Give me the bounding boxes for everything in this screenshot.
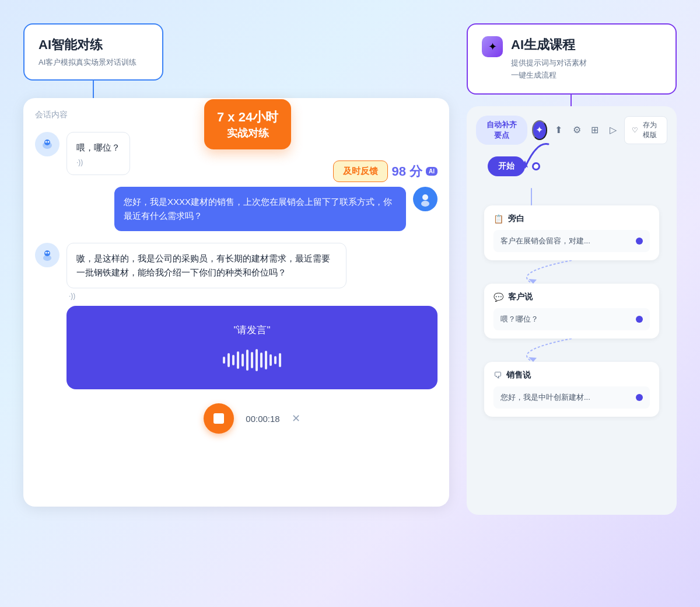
ai-title-card: AI智能对练 AI客户模拟真实场景对话训练 (23, 23, 163, 81)
svg-point-4 (48, 141, 50, 143)
msg-text-3: 嗷，是这样的，我是公司的采购员，有长期的建材需求，最近需要一批钢铁建材，能给我介… (76, 252, 337, 280)
customer-title: 客户说 (508, 292, 533, 302)
grid-icon[interactable]: ⊞ (588, 121, 601, 139)
node-header-sales: 🗨 销售说 (494, 370, 650, 381)
ai-badge: AI (426, 167, 438, 176)
svg-point-3 (46, 141, 47, 143)
flow-connector-1 (484, 188, 659, 205)
wave-bar (232, 355, 235, 365)
narration-icon: 📋 (494, 214, 503, 224)
main-container: AI智能对练 AI客户模拟真实场景对话训练 7 x 24小时 实战对练 会话内容 (0, 0, 700, 607)
sound-waves-1: ·)) (76, 158, 120, 166)
save-template-button[interactable]: ♡ 存为模版 (624, 116, 667, 144)
message-wrapper-2: 及时反馈 98 分 AI 您好，我是XXXX建材的销售，上次您在展销会上留下了联… (35, 187, 438, 231)
avatar-ai-2 (35, 243, 60, 267)
narration-content: 客户在展销会留容，对建... (494, 230, 650, 252)
bubble-left-3: 嗷，是这样的，我是公司的采购员，有长期的建材需求，最近需要一批钢铁建材，能给我介… (66, 243, 346, 288)
right-panel: ✦ AI生成课程 提供提示词与对话素材 一键生成流程 自动补齐要点 ✦ ⬆ ⚙ … (467, 23, 677, 515)
badge-line2: 实战对练 (217, 126, 278, 140)
svg-point-2 (44, 139, 50, 145)
wave-bar (274, 356, 276, 364)
node-header-narration: 📋 旁白 (494, 214, 650, 224)
wave-bar (246, 350, 249, 371)
sales-dot (636, 394, 643, 401)
avatar-human (413, 187, 438, 211)
bubble-left-1: 喂，哪位？ ·)) (66, 132, 130, 175)
right-connector (570, 95, 572, 106)
left-panel: AI智能对练 AI客户模拟真实场景对话训练 7 x 24小时 实战对练 会话内容 (23, 23, 449, 507)
arrow-connector-1 (484, 260, 659, 284)
narration-text: 客户在展销会留容，对建... (501, 236, 590, 246)
sales-content: 您好，我是中叶创新建材... (494, 386, 650, 409)
badge-247: 7 x 24小时 实战对练 (204, 99, 291, 149)
waveform (78, 348, 426, 372)
ai-title-subtitle: AI客户模拟真实场景对话训练 (38, 57, 148, 68)
msg-text-2: 您好，我是XXXX建材的销售，上次您在展销会上留下了联系方式，你最近有什么需求吗… (124, 195, 397, 223)
svg-point-12 (43, 255, 51, 261)
customer-icon: 💬 (494, 292, 503, 302)
flow-node-sales: 🗨 销售说 您好，我是中叶创新建材... (484, 362, 659, 417)
wave-bar (251, 352, 253, 368)
arrow-pointer (519, 138, 560, 176)
score-number: 98 分 (391, 163, 422, 180)
customer-content: 喂？哪位？ (494, 308, 650, 330)
login-icon[interactable]: ⬆ (552, 121, 565, 139)
wave-bar (256, 349, 258, 371)
voice-prompt: "请发言" (78, 323, 426, 337)
close-record-button[interactable]: ✕ (292, 412, 300, 425)
feedback-tag: 及时反馈 (333, 161, 388, 182)
avatar-ai-1 (35, 132, 60, 156)
customer-text: 喂？哪位？ (501, 314, 538, 325)
chat-panel: 会话内容 喂，哪位？ ·)) (23, 98, 449, 507)
stop-record-button[interactable] (204, 403, 234, 434)
flow-toolbar: 自动补齐要点 ✦ ⬆ ⚙ ⊞ ▷ ♡ 存为模版 (476, 116, 667, 145)
save-icon: ♡ (632, 126, 638, 134)
wave-bar (265, 351, 267, 369)
ai-generate-title: AI生成课程 (511, 36, 587, 54)
flow-panel: 自动补齐要点 ✦ ⬆ ⚙ ⊞ ▷ ♡ 存为模版 (467, 106, 677, 515)
narration-dot (636, 238, 643, 245)
sound-waves-3: ·)) (69, 292, 438, 300)
narration-title: 旁白 (508, 214, 524, 224)
flow-content: 开始 📋 旁白 客户在展销会留容，对建... (476, 156, 667, 417)
wave-bar (270, 354, 272, 366)
badge-line1: 7 x 24小时 (217, 109, 278, 126)
sparkle-button[interactable]: ✦ (532, 120, 548, 140)
play-icon[interactable]: ▷ (606, 121, 620, 139)
ai-generate-subtitle-1: 提供提示词与对话素材 (511, 57, 587, 69)
msg-text-1: 喂，哪位？ (76, 141, 120, 155)
ai-generate-subtitle-2: 一键生成流程 (511, 69, 587, 82)
flow-node-customer: 💬 客户说 喂？哪位？ (484, 284, 659, 339)
node-header-customer: 💬 客户说 (494, 292, 650, 302)
save-template-label: 存为模版 (640, 120, 660, 140)
wave-bar (228, 353, 230, 367)
timer: 00:00:18 (246, 414, 279, 424)
voice-input-area[interactable]: "请发言" (66, 306, 438, 389)
svg-point-11 (48, 252, 50, 254)
score-badge: 及时反馈 98 分 AI (333, 161, 438, 182)
svg-point-10 (46, 252, 47, 254)
wave-bar (237, 351, 239, 369)
arrow-connector-2 (484, 339, 659, 362)
flow-line-1 (531, 188, 532, 205)
svg-point-7 (421, 201, 429, 207)
svg-point-6 (422, 194, 428, 200)
chat-messages: 喂，哪位？ ·)) 及时反馈 98 分 AI 您好，我是XXXX建材的销售，上次… (35, 132, 438, 434)
wave-bar (223, 357, 225, 364)
wave-bar (242, 354, 244, 367)
stop-icon (214, 413, 224, 424)
ai-generate-card: ✦ AI生成课程 提供提示词与对话素材 一键生成流程 (467, 23, 677, 95)
customer-dot (636, 316, 643, 323)
flow-node-narration: 📋 旁白 客户在展销会留容，对建... (484, 205, 659, 260)
ai-title-heading: AI智能对练 (38, 36, 148, 54)
message-row-3: 嗷，是这样的，我是公司的采购员，有长期的建材需求，最近需要一批钢铁建材，能给我介… (35, 243, 438, 434)
message-row-2: 您好，我是XXXX建材的销售，上次您在展销会上留下了联系方式，你最近有什么需求吗… (35, 187, 438, 231)
bubble-right-2: 您好，我是XXXX建材的销售，上次您在展销会上留下了联系方式，你最近有什么需求吗… (114, 187, 406, 231)
ai-message-3-container: 嗷，是这样的，我是公司的采购员，有长期的建材需求，最近需要一批钢铁建材，能给我介… (66, 243, 438, 434)
wave-bar (279, 353, 281, 367)
connector-line (93, 81, 94, 98)
settings-icon[interactable]: ⚙ (570, 121, 583, 139)
record-controls: 00:00:18 ✕ (66, 403, 438, 434)
sparkle-icon: ✦ (482, 36, 503, 57)
sales-text: 您好，我是中叶创新建材... (501, 392, 590, 403)
